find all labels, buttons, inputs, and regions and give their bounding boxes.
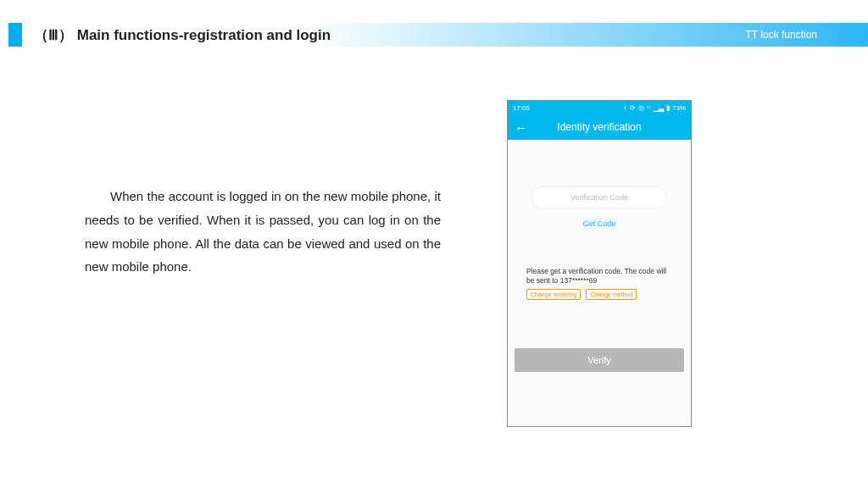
status-time: 17:08 (513, 104, 530, 112)
back-arrow-icon[interactable]: ← (515, 121, 527, 134)
header-accent (8, 23, 22, 47)
bluetooth-icon: ᚼ (623, 104, 627, 112)
status-icons: ᚼ ⟳ ◎ ⌔ ▁▃ ▮ 73% (623, 104, 686, 112)
page-title: （Ⅲ） Main functions-registration and logi… (34, 23, 331, 47)
get-code-link[interactable]: Get Code (508, 219, 691, 228)
battery-icon: ▮ (666, 104, 670, 112)
phone-status-bar: 17:08 ᚼ ⟳ ◎ ⌔ ▁▃ ▮ 73% (508, 101, 691, 114)
battery-percent: 73% (672, 104, 686, 112)
phone-screenshot: 17:08 ᚼ ⟳ ◎ ⌔ ▁▃ ▮ 73% ← Identity verifi… (507, 100, 692, 427)
phone-title: Identity verification (508, 121, 691, 133)
phone-title-bar: ← Identity verification (508, 114, 691, 140)
option-chips: Change receiving Change method (526, 289, 637, 300)
dnd-icon: ◎ (638, 104, 644, 112)
signal-icon: ▁▃ (654, 104, 664, 112)
change-receiving-button[interactable]: Change receiving (526, 289, 581, 300)
description-content: When the account is logged in on the new… (85, 189, 441, 274)
verify-button[interactable]: Verify (515, 348, 684, 372)
description-text: When the account is logged in on the new… (85, 185, 441, 279)
phone-content: Verification Code Get Code Please get a … (508, 140, 691, 426)
header-subtitle: TT lock function (746, 23, 817, 47)
wifi-icon: ⌔ (647, 104, 651, 112)
sync-icon: ⟳ (630, 104, 636, 112)
change-method-button[interactable]: Change method (586, 289, 637, 300)
instruction-text: Please get a verification code. The code… (526, 267, 672, 286)
verification-code-input[interactable]: Verification Code (531, 186, 667, 208)
